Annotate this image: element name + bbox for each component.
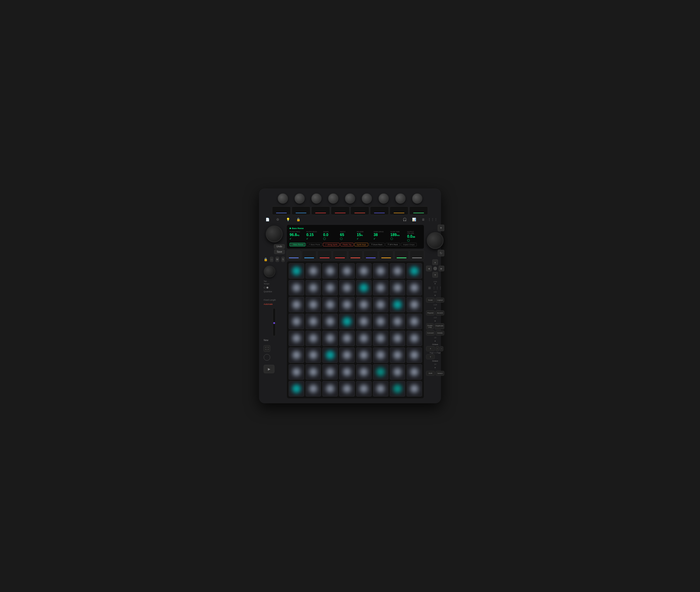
add-button[interactable]: +	[438, 225, 444, 231]
pad-6-3[interactable]	[339, 364, 355, 380]
pad-3-4[interactable]	[356, 313, 372, 329]
record-button[interactable]	[264, 354, 270, 361]
pad-0-6[interactable]	[390, 263, 405, 279]
pad-1-5[interactable]	[373, 280, 388, 296]
preset-0[interactable]: ○ Bass Reese	[289, 243, 306, 246]
pad-6-4[interactable]	[356, 364, 372, 380]
fixed-length-label[interactable]: Fixed Length	[264, 299, 285, 301]
quantize-label[interactable]: Quantize	[264, 290, 285, 293]
pad-4-4[interactable]	[356, 331, 372, 346]
pad-5-6[interactable]	[390, 347, 405, 363]
pad-1-6[interactable]	[390, 280, 405, 296]
double-loop-button[interactable]: DoubleLoop	[426, 323, 434, 329]
repeat-button[interactable]: Repeat	[426, 310, 435, 315]
top-knob-8[interactable]	[395, 193, 406, 204]
pad-5-2[interactable]	[322, 347, 338, 363]
top-knob-6[interactable]	[362, 193, 372, 204]
fader-6[interactable]	[370, 206, 389, 215]
pad-6-2[interactable]	[322, 364, 338, 380]
fader-2[interactable]	[292, 206, 310, 215]
headphone-icon[interactable]: 🎧	[402, 217, 407, 222]
pad-3-6[interactable]	[390, 313, 405, 329]
preset-6[interactable]: ⠿ SFX Rack	[385, 243, 400, 246]
screen-icon[interactable]: 🖥	[420, 217, 426, 222]
m-button[interactable]: M	[276, 257, 279, 262]
pad-7-0[interactable]	[289, 381, 304, 397]
track-btn-7[interactable]	[379, 250, 393, 260]
top-knob-4[interactable]	[328, 193, 338, 204]
pad-5-4[interactable]	[356, 347, 372, 363]
pad-7-1[interactable]	[306, 381, 321, 397]
lock-icon[interactable]: 🔒	[264, 257, 268, 261]
pad-3-1[interactable]	[306, 313, 321, 329]
pad-3-0[interactable]	[289, 313, 304, 329]
pad-1-1[interactable]	[306, 280, 321, 296]
right-master-knob[interactable]	[427, 232, 444, 249]
pad-1-4[interactable]	[356, 280, 372, 296]
fader-7[interactable]	[390, 206, 408, 215]
layout-button[interactable]: Layout	[436, 298, 444, 302]
nav-left-button[interactable]: ◀	[426, 266, 432, 271]
pad-1-3[interactable]	[339, 280, 355, 296]
pad-2-5[interactable]	[373, 297, 388, 312]
pad-0-2[interactable]	[322, 263, 338, 279]
pad-4-2[interactable]	[322, 331, 338, 346]
pad-7-3[interactable]	[339, 381, 355, 397]
pad-7-6[interactable]	[390, 381, 405, 397]
track-btn-8[interactable]	[394, 250, 409, 260]
pad-6-5[interactable]	[373, 364, 388, 380]
page-right-button[interactable]: ＞	[440, 346, 443, 351]
nav-right-button[interactable]: ▶	[439, 266, 444, 271]
pad-7-5[interactable]	[373, 381, 388, 397]
pad-4-0[interactable]	[289, 331, 304, 346]
select-button[interactable]: Select	[436, 371, 444, 376]
pad-5-3[interactable]	[339, 347, 355, 363]
track-btn-6[interactable]	[364, 250, 378, 260]
convert-button[interactable]: Convert	[426, 331, 435, 335]
pad-7-7[interactable]	[407, 381, 422, 397]
pad-2-3[interactable]	[339, 297, 355, 312]
top-knob-3[interactable]	[311, 193, 322, 204]
top-knob-9[interactable]	[412, 193, 422, 204]
nav-up-button[interactable]: ▲	[432, 259, 438, 265]
pad-0-4[interactable]	[356, 263, 372, 279]
fader-8[interactable]	[409, 206, 428, 215]
pad-2-7[interactable]	[407, 297, 422, 312]
pad-1-2[interactable]	[322, 280, 338, 296]
pad-2-1[interactable]	[306, 297, 321, 312]
refresh-button[interactable]: ↻	[438, 250, 444, 256]
pad-4-5[interactable]	[373, 331, 388, 346]
preset-2[interactable]: ↗ String Synth	[323, 243, 339, 246]
expand-icon[interactable]: ⛶	[264, 345, 270, 352]
tempo-knob[interactable]	[264, 266, 275, 277]
pad-6-1[interactable]	[306, 364, 321, 380]
shift-button[interactable]: Shift	[426, 371, 435, 376]
nav-down-button[interactable]: ▼	[432, 272, 438, 278]
preset-3[interactable]: Plastic Toy	[340, 243, 354, 246]
track-btn-3[interactable]	[317, 250, 332, 260]
pad-2-4[interactable]	[356, 297, 372, 312]
pad-4-1[interactable]	[306, 331, 321, 346]
preset-1[interactable]: ↗ Bass Plonk	[307, 243, 322, 246]
duplicate-button[interactable]: Duplicate	[435, 323, 444, 329]
fader-5[interactable]	[351, 206, 369, 215]
top-knob-5[interactable]	[345, 193, 355, 204]
octave-down-button[interactable]: ∨	[426, 354, 435, 359]
preset-5[interactable]: ⠿ Drum Rack	[369, 243, 384, 246]
grid-icon[interactable]: ⋮⋮⋮	[430, 217, 435, 222]
pad-3-2[interactable]	[322, 313, 338, 329]
square-mode-button[interactable]: □	[270, 257, 273, 262]
pad-5-5[interactable]	[373, 347, 388, 363]
pad-2-6[interactable]	[390, 297, 405, 312]
pad-1-7[interactable]	[407, 280, 422, 296]
undo-button[interactable]: Undo	[274, 244, 285, 249]
pad-0-0[interactable]	[289, 263, 304, 279]
page-left-button[interactable]: ＜	[436, 346, 439, 351]
pad-0-1[interactable]	[306, 263, 321, 279]
pad-1-0[interactable]	[289, 280, 304, 296]
track-btn-5[interactable]	[348, 250, 363, 260]
pad-6-0[interactable]	[289, 364, 304, 380]
vertical-fader[interactable]	[273, 308, 276, 336]
pad-0-3[interactable]	[339, 263, 355, 279]
pad-7-4[interactable]	[356, 381, 372, 397]
